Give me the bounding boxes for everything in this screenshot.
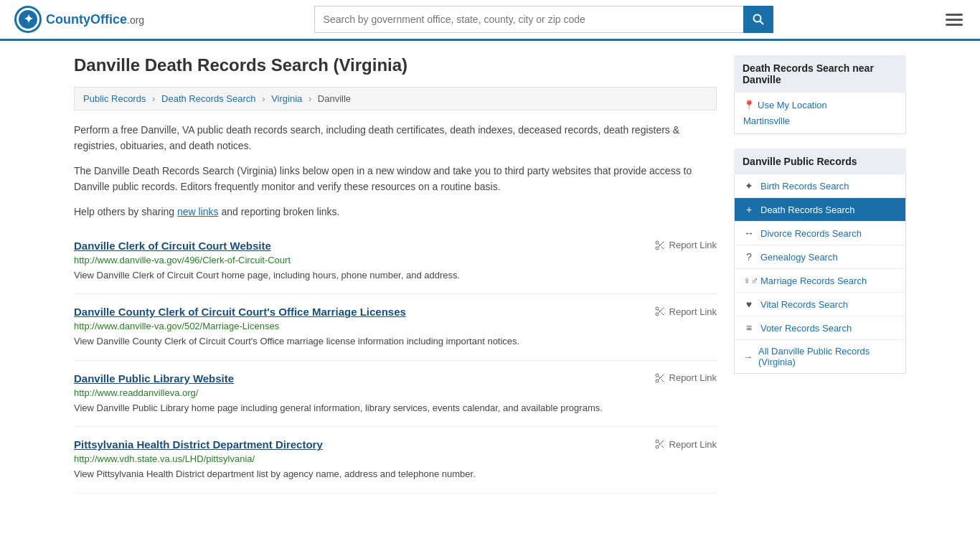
svg-line-15 <box>658 310 660 312</box>
search-button[interactable] <box>743 6 773 33</box>
breadcrumb-sep-3: › <box>308 93 311 104</box>
sidebar-record-1[interactable]: +Death Records Search <box>735 198 905 222</box>
breadcrumb-public-records[interactable]: Public Records <box>83 93 146 104</box>
search-area <box>314 6 773 33</box>
header: ✦ CountyOffice.org <box>0 0 980 41</box>
breadcrumb-danville: Danville <box>318 93 351 104</box>
use-my-location-link[interactable]: 📍 Use My Location <box>743 100 897 110</box>
record-item-header: Danville Public Library Website Report L… <box>74 372 717 385</box>
all-records-link[interactable]: →All Danville Public Records (Virginia) <box>735 340 905 373</box>
svg-point-17 <box>656 380 659 382</box>
svg-point-4 <box>753 15 760 22</box>
report-link-0[interactable]: Report Link <box>654 240 717 251</box>
record-url-1[interactable]: http://www.danville-va.gov/502/Marriage-… <box>74 321 717 331</box>
svg-line-14 <box>661 313 664 316</box>
breadcrumb-sep-1: › <box>152 93 155 104</box>
sidebar-record-0[interactable]: ✦Birth Records Search <box>735 174 905 198</box>
record-desc-2: View Danville Public Library home page i… <box>74 401 717 415</box>
description-3-suffix: and reporting broken links. <box>219 206 340 217</box>
sidebar-record-label-0: Birth Records Search <box>760 181 849 192</box>
sidebar: Death Records Search near Danville 📍 Use… <box>734 55 906 494</box>
menu-bar-1 <box>946 14 963 16</box>
record-title-2[interactable]: Danville Public Library Website <box>74 372 234 385</box>
report-link-3[interactable]: Report Link <box>654 438 717 450</box>
description-1: Perform a free Danville, VA public death… <box>74 122 717 154</box>
records-list: Danville Clerk of Circuit Court Website … <box>74 228 717 494</box>
menu-button[interactable] <box>943 11 966 29</box>
svg-line-5 <box>760 22 763 25</box>
nearby-city-link[interactable]: Martinsville <box>743 116 790 126</box>
new-links-link[interactable]: new links <box>177 206 219 217</box>
report-link-1[interactable]: Report Link <box>654 306 717 317</box>
sidebar-near-title: Death Records Search near Danville <box>734 55 906 93</box>
sidebar-record-icon-5: ♥ <box>743 298 755 310</box>
record-title-3[interactable]: Pittsylvania Health District Department … <box>74 438 323 451</box>
description-3: Help others by sharing new links and rep… <box>74 204 717 220</box>
record-title-1[interactable]: Danville County Clerk of Circuit Court's… <box>74 306 406 318</box>
record-item: Danville County Clerk of Circuit Court's… <box>74 294 717 361</box>
use-my-location-label: Use My Location <box>758 100 827 110</box>
sidebar-public-content: ✦Birth Records Search+Death Records Sear… <box>734 174 906 374</box>
svg-point-12 <box>656 313 659 316</box>
svg-point-21 <box>656 440 659 443</box>
menu-bar-2 <box>946 19 963 21</box>
main-container: Danville Death Records Search (Virginia)… <box>60 41 920 508</box>
record-url-2[interactable]: http://www.readdanvilleva.org/ <box>74 387 717 398</box>
scissors-icon <box>654 240 666 251</box>
breadcrumb-death-records[interactable]: Death Records Search <box>161 93 256 104</box>
sidebar-record-icon-1: + <box>743 204 755 215</box>
sidebar-record-label-5: Vital Records Search <box>760 299 848 310</box>
content-area: Danville Death Records Search (Virginia)… <box>74 55 717 494</box>
record-title-0[interactable]: Danville Clerk of Circuit Court Website <box>74 240 271 252</box>
logo-area[interactable]: ✦ CountyOffice.org <box>14 6 144 33</box>
breadcrumb-virginia[interactable]: Virginia <box>271 93 302 104</box>
breadcrumb: Public Records › Death Records Search › … <box>74 87 717 110</box>
logo-text: CountyOffice.org <box>46 12 144 27</box>
sidebar-public-title: Danville Public Records <box>734 149 906 174</box>
sidebar-record-5[interactable]: ♥Vital Records Search <box>735 293 905 316</box>
all-records-icon: → <box>743 352 753 362</box>
record-item: Pittsylvania Health District Department … <box>74 427 717 494</box>
breadcrumb-sep-2: › <box>262 93 265 104</box>
nearby-cities: Martinsville <box>743 115 897 126</box>
svg-line-20 <box>658 376 660 378</box>
svg-text:✦: ✦ <box>24 13 34 25</box>
search-icon <box>753 14 764 25</box>
record-desc-0: View Danville Clerk of Circuit Court hom… <box>74 268 717 283</box>
page-title: Danville Death Records Search (Virginia) <box>74 55 717 75</box>
record-url-0[interactable]: http://www.danville-va.gov/496/Clerk-of-… <box>74 255 717 265</box>
report-link-2[interactable]: Report Link <box>654 372 717 384</box>
all-records-label: All Danville Public Records (Virginia) <box>758 346 897 367</box>
record-desc-1: View Danville County Clerk of Circuit Co… <box>74 334 717 349</box>
record-url-3[interactable]: http://www.vdh.state.va.us/LHD/pittsylva… <box>74 453 717 464</box>
sidebar-record-icon-3: ? <box>743 251 755 263</box>
sidebar-record-label-6: Voter Records Search <box>760 323 852 334</box>
record-item: Danville Public Library Website Report L… <box>74 361 717 428</box>
svg-line-25 <box>658 443 660 445</box>
search-input[interactable] <box>314 6 743 33</box>
sidebar-record-icon-0: ✦ <box>743 180 755 192</box>
sidebar-record-label-3: Genealogy Search <box>760 252 838 263</box>
svg-point-11 <box>656 307 659 310</box>
svg-point-7 <box>656 247 659 250</box>
svg-line-24 <box>661 446 664 448</box>
record-item-header: Pittsylvania Health District Department … <box>74 438 717 451</box>
svg-point-6 <box>656 241 659 244</box>
sidebar-record-6[interactable]: ≡Voter Records Search <box>735 316 905 340</box>
sidebar-record-3[interactable]: ?Genealogy Search <box>735 245 905 269</box>
record-desc-3: View Pittsylvania Health District depart… <box>74 467 717 481</box>
sidebar-record-2[interactable]: ↔Divorce Records Search <box>735 222 905 245</box>
scissors-icon <box>654 372 666 384</box>
sidebar-record-4[interactable]: ♀♂Marriage Records Search <box>735 269 905 293</box>
scissors-icon <box>654 306 666 317</box>
sidebar-record-label-4: Marriage Records Search <box>760 276 867 286</box>
menu-bar-3 <box>946 24 963 26</box>
record-item-header: Danville Clerk of Circuit Court Website … <box>74 240 717 252</box>
sidebar-record-label-2: Divorce Records Search <box>760 228 862 239</box>
sidebar-near-content: 📍 Use My Location Martinsville <box>734 93 906 134</box>
svg-point-16 <box>656 374 659 377</box>
logo-icon: ✦ <box>14 6 42 33</box>
sidebar-record-icon-6: ≡ <box>743 322 755 334</box>
sidebar-record-icon-4: ♀♂ <box>743 275 755 286</box>
svg-line-9 <box>661 247 664 250</box>
